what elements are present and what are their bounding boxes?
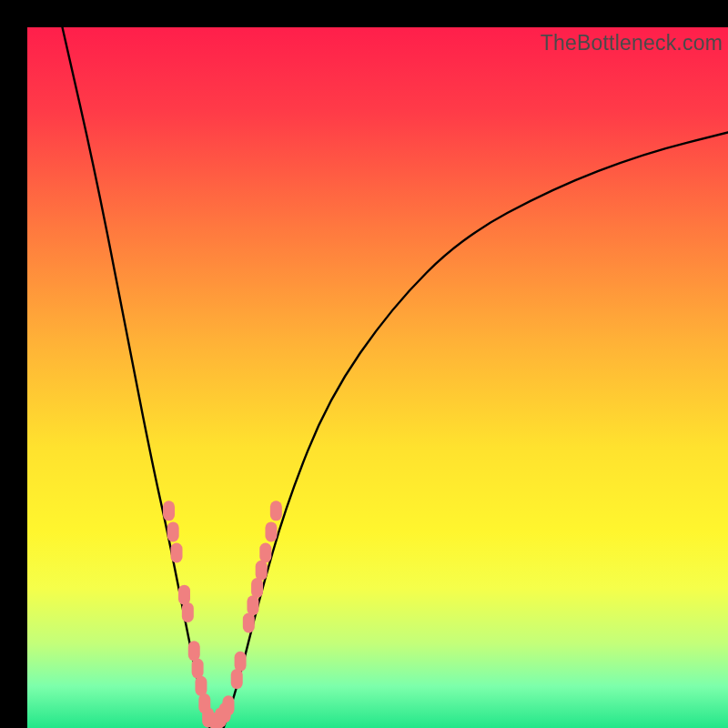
marker-dot bbox=[231, 669, 243, 689]
series-bottleneck-curve-right bbox=[224, 133, 728, 729]
marker-dot bbox=[222, 695, 234, 715]
marker-dot bbox=[243, 613, 255, 633]
marker-dot bbox=[265, 521, 277, 541]
series-bottleneck-curve-left bbox=[63, 27, 210, 728]
marker-dot bbox=[195, 676, 207, 696]
marker-dot bbox=[270, 500, 282, 521]
marker-dot bbox=[163, 500, 175, 521]
marker-dot bbox=[188, 641, 200, 661]
marker-dot bbox=[251, 578, 263, 598]
marker-dot bbox=[192, 659, 204, 679]
marker-dot bbox=[256, 561, 268, 581]
marker-dot bbox=[178, 585, 190, 605]
chart-frame: TheBottleneck.com bbox=[0, 0, 728, 728]
plot-area: TheBottleneck.com bbox=[27, 27, 728, 728]
marker-dot bbox=[235, 652, 247, 672]
curves-layer bbox=[27, 27, 728, 728]
marker-dot bbox=[247, 595, 258, 615]
marker-dot bbox=[259, 543, 271, 563]
marker-dot bbox=[182, 602, 194, 622]
marker-dot bbox=[167, 521, 179, 541]
marker-dot bbox=[171, 543, 183, 563]
